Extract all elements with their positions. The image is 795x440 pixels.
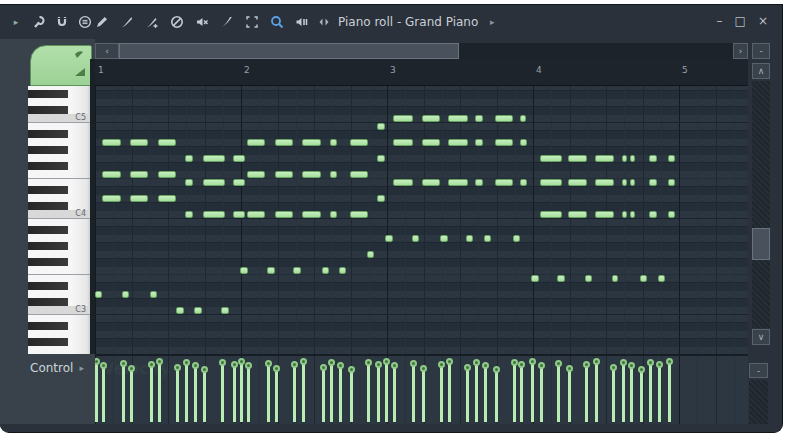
velocity-knob[interactable] [320,364,327,371]
midi-note[interactable] [668,179,675,186]
midi-note[interactable] [520,115,526,122]
velocity-knob[interactable] [438,361,445,368]
midi-note[interactable] [247,211,265,218]
velocity-bar[interactable] [194,365,197,422]
black-key[interactable] [28,282,68,290]
velocity-knob[interactable] [238,358,245,365]
midi-note[interactable] [557,275,565,282]
midi-note[interactable] [302,171,321,178]
velocity-knob[interactable] [231,361,238,368]
velocity-bar[interactable] [275,368,278,422]
control-lane-scroll-track[interactable] [749,380,768,424]
midi-note[interactable] [275,139,293,146]
velocity-knob[interactable] [656,361,663,368]
midi-note[interactable] [194,307,202,314]
paint-sequencer-icon[interactable] [144,14,160,30]
midi-note[interactable] [221,307,229,314]
velocity-bar[interactable] [102,365,105,422]
midi-note[interactable] [585,275,592,282]
midi-note[interactable] [568,179,587,186]
velocity-bar[interactable] [630,365,633,422]
velocity-bar[interactable] [495,369,498,422]
velocity-knob[interactable] [420,365,427,372]
midi-note[interactable] [158,171,176,178]
velocity-bar[interactable] [377,364,380,422]
midi-note[interactable] [531,275,539,282]
velocity-knob[interactable] [383,358,390,365]
velocity-knob[interactable] [128,365,135,372]
velocity-knob[interactable] [219,359,226,366]
main-menu-icon[interactable] [77,14,93,30]
velocity-knob[interactable] [300,358,307,365]
midi-note[interactable] [668,211,675,218]
timeline-ruler[interactable]: 12345 [95,59,748,86]
black-key[interactable] [28,146,68,154]
select-icon[interactable] [244,14,260,30]
midi-note[interactable] [649,211,657,218]
midi-note[interactable] [185,211,193,218]
midi-note[interactable] [302,211,321,218]
midi-note[interactable] [622,155,627,162]
velocity-knob[interactable] [473,359,480,366]
midi-note[interactable] [475,179,483,186]
midi-note[interactable] [330,139,337,146]
velocity-knob[interactable] [348,366,355,373]
midi-note[interactable] [158,139,176,146]
midi-note[interactable] [339,267,346,274]
velocity-bar[interactable] [412,363,415,422]
midi-note[interactable] [203,179,225,186]
v-scroll-down-button[interactable]: ∨ [752,329,770,345]
midi-note[interactable] [540,179,562,186]
midi-note[interactable] [377,195,385,202]
velocity-knob[interactable] [638,366,645,373]
midi-note[interactable] [393,179,413,186]
midi-note[interactable] [495,139,513,146]
velocity-bar[interactable] [385,361,388,422]
minimize-button[interactable]: – [717,14,723,28]
midi-note[interactable] [520,179,527,186]
midi-note[interactable] [466,235,473,242]
midi-note[interactable] [102,195,121,202]
h-scrollbar-thumb[interactable] [119,43,459,59]
draw-pencil-icon[interactable] [94,14,110,30]
midi-note[interactable] [385,235,393,242]
velocity-knob[interactable] [628,362,635,369]
black-key[interactable] [28,322,68,330]
velocity-knob[interactable] [647,359,654,366]
c-key-label-row[interactable]: C3 [28,306,90,314]
mute-icon[interactable] [194,14,210,30]
midi-note[interactable] [267,267,275,274]
midi-note[interactable] [568,211,587,218]
midi-note[interactable] [203,211,225,218]
velocity-knob[interactable] [555,360,562,367]
velocity-bar[interactable] [203,369,206,422]
title-menu-arrow-icon[interactable]: ▸ [484,14,500,30]
velocity-knob[interactable] [666,358,673,365]
midi-note[interactable] [130,139,148,146]
velocity-knob[interactable] [410,360,417,367]
velocity-bar[interactable] [513,362,516,422]
midi-note[interactable] [203,155,225,162]
midi-note[interactable] [350,171,368,178]
midi-note[interactable] [568,155,587,162]
midi-note[interactable] [513,235,520,242]
midi-note[interactable] [412,235,419,242]
midi-note[interactable] [233,211,245,218]
velocity-bar[interactable] [658,364,661,422]
velocity-knob[interactable] [566,365,573,372]
midi-note[interactable] [422,179,440,186]
velocity-knob[interactable] [493,366,500,373]
velocity-bar[interactable] [393,365,396,422]
velocity-knob[interactable] [583,361,590,368]
black-key[interactable] [28,338,68,346]
velocity-bar[interactable] [158,361,161,422]
midi-note[interactable] [622,211,627,218]
midi-note[interactable] [185,179,193,186]
velocity-bar[interactable] [475,362,478,422]
midi-note[interactable] [540,211,562,218]
velocity-knob[interactable] [183,359,190,366]
midi-note[interactable] [658,275,665,282]
v-scrollbar-thumb[interactable] [752,228,770,260]
snap-magnet-icon[interactable] [54,14,70,30]
velocity-knob[interactable] [446,358,453,365]
